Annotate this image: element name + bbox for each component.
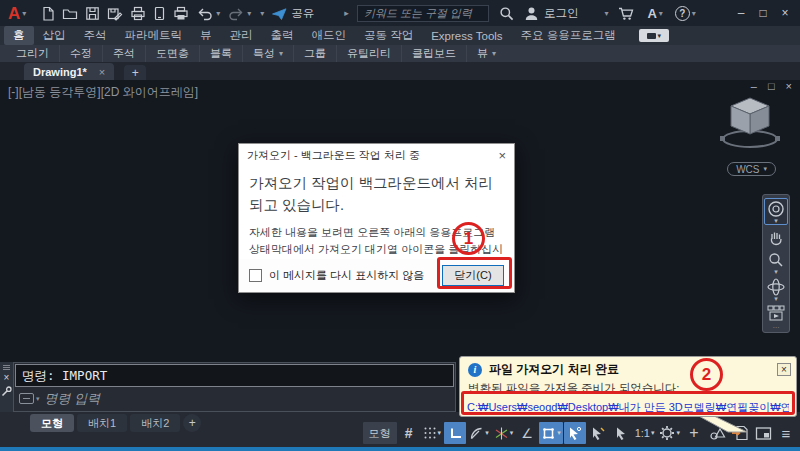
ribbon-tab-express-tools[interactable]: Express Tools <box>422 28 511 44</box>
dialog-close-button[interactable]: 닫기(C) <box>442 265 504 286</box>
plot-button[interactable] <box>130 4 146 22</box>
dialog-footer: 이 메시지를 다시 표시하지 않음 닫기(C) <box>239 259 514 292</box>
polar-tracking-toggle[interactable]: ▾ <box>467 422 491 444</box>
chevron-down-icon[interactable]: ▾ <box>659 9 663 18</box>
help-icon[interactable]: ? <box>675 6 690 21</box>
share-button[interactable]: 공유 <box>271 4 314 22</box>
close-icon[interactable]: × <box>99 66 105 78</box>
new-file-button[interactable] <box>40 4 55 22</box>
new-layout-button[interactable]: + <box>183 414 201 432</box>
chevron-down-icon[interactable]: ▾ <box>692 9 696 18</box>
orbit-button[interactable]: ▾ <box>764 278 788 301</box>
panel-block[interactable]: 블록 <box>200 45 243 62</box>
customization-button[interactable]: ≡ <box>775 422 797 444</box>
ribbon-tab-manage[interactable]: 관리 <box>221 26 262 45</box>
object-snap-tracking-toggle[interactable]: ∠ <box>516 422 538 444</box>
navigation-wheel-button[interactable]: ▾ <box>764 198 788 225</box>
undo-button[interactable]: ▾ <box>196 4 220 22</box>
maximize-button[interactable]: □ <box>752 6 774 20</box>
close-button[interactable]: × <box>774 6 796 20</box>
redo-button[interactable]: ▾ <box>227 4 251 22</box>
panel-annotation[interactable]: 주석 <box>103 45 146 62</box>
ribbon-tab-annotate[interactable]: 주석 <box>75 26 116 45</box>
toolbar-overflow-icon[interactable]: ▾ <box>260 9 264 18</box>
command-input[interactable] <box>45 391 454 406</box>
drag-handle-icon[interactable] <box>3 365 10 370</box>
app-menu-button[interactable]: A ▾ <box>8 5 26 22</box>
command-customize-button[interactable]: ▾ <box>19 393 40 404</box>
new-drawing-tab-button[interactable]: + <box>124 65 146 80</box>
dont-show-again-checkbox[interactable] <box>249 269 262 282</box>
save-button[interactable] <box>85 4 100 22</box>
ribbon-tab-output[interactable]: 출력 <box>262 26 303 45</box>
annotation-autoscale-toggle[interactable] <box>610 422 632 444</box>
zoom-button[interactable]: ▾ <box>764 251 788 274</box>
navbar-grip[interactable]: ⋯ <box>773 325 780 330</box>
panel-clipboard[interactable]: 클립보드 <box>402 45 467 62</box>
ribbon-display-button[interactable]: ▾ <box>639 29 669 42</box>
print-button[interactable] <box>173 4 189 22</box>
panel-modify[interactable]: 수정 <box>60 45 103 62</box>
open-file-button[interactable] <box>62 4 78 22</box>
commandline-grip-bar[interactable]: × <box>0 362 13 412</box>
ortho-toggle[interactable] <box>444 422 466 444</box>
file-tab-bar: Drawing1* × + <box>0 62 800 80</box>
autodesk-logo-icon[interactable]: A <box>647 6 656 21</box>
minimize-button[interactable]: – <box>730 6 752 20</box>
close-icon[interactable]: × <box>498 148 506 163</box>
isometric-drafting-toggle[interactable]: ▾ <box>492 422 516 444</box>
chevron-down-icon[interactable]: ▾ <box>604 9 608 18</box>
model-space-toggle[interactable]: 모형 <box>363 422 397 444</box>
ribbon-tab-parametric[interactable]: 파라메트릭 <box>116 26 192 45</box>
pan-button[interactable] <box>764 229 788 247</box>
expand-toolbar-icon[interactable]: ▸ <box>344 8 349 18</box>
layout-tab-layout1[interactable]: 배치1 <box>77 414 127 432</box>
restore-button[interactable]: □ <box>768 80 775 92</box>
panel-draw[interactable]: 그리기 <box>6 45 60 62</box>
ribbon-tab-insert[interactable]: 삽입 <box>34 26 75 45</box>
panel-groups[interactable]: 그룹 <box>294 45 337 62</box>
annotation-scale-dropdown[interactable]: 1:1 ▾ <box>633 422 657 444</box>
layout-tab-model[interactable]: 모형 <box>30 414 74 432</box>
panel-properties[interactable]: 특성▾ <box>243 45 294 62</box>
command-line-palette[interactable]: 명령: IMPORT ▾ <box>13 362 456 412</box>
ribbon-panel-bar: 그리기 수정 주석 도면층 블록 특성▾ 그룹 유틸리티 클립보드 뷰▾ <box>0 45 800 62</box>
minimize-button[interactable]: – <box>751 80 757 92</box>
wcs-dropdown[interactable]: WCS ▾ <box>727 162 776 176</box>
annotation-visibility-toggle[interactable] <box>587 422 609 444</box>
snap-toggle[interactable]: ▾ <box>421 422 444 444</box>
ribbon-tab-collaborate[interactable]: 공동 작업 <box>355 26 422 45</box>
clean-screen-button[interactable] <box>752 422 774 444</box>
ribbon-tab-addins[interactable]: 애드인 <box>303 26 356 45</box>
close-icon[interactable]: × <box>777 363 791 376</box>
close-icon[interactable]: × <box>4 374 10 382</box>
viewcube[interactable] <box>718 92 782 154</box>
viewport-controls-label[interactable]: [-][남동 등각투영][2D 와이어프레임] <box>8 84 198 101</box>
ribbon-tab-view[interactable]: 뷰 <box>191 26 221 45</box>
dynamic-input-toggle[interactable] <box>564 422 586 444</box>
search-button[interactable] <box>499 6 514 21</box>
help-search-input[interactable] <box>357 5 489 22</box>
layout-tabs: 모형 배치1 배치2 + <box>30 414 201 432</box>
workspace-switching-button[interactable]: ▾ <box>657 422 682 444</box>
panel-view[interactable]: 뷰▾ <box>467 45 506 62</box>
app-store-button[interactable] <box>618 6 635 21</box>
imported-file-link[interactable]: C:₩Users₩seogd₩Desktop₩내가 만든 3D모델링₩연필꽂이₩… <box>467 400 789 415</box>
panel-layers[interactable]: 도면층 <box>146 45 200 62</box>
import-background-dialog: 가져오기 - 백그라운드 작업 처리 중 × 가져오기 작업이 백그라운드에서 … <box>238 143 515 293</box>
ribbon-tab-featured-apps[interactable]: 주요 응용프로그램 <box>512 26 625 45</box>
export-device-button[interactable] <box>153 4 166 22</box>
file-tab-drawing1[interactable]: Drawing1* × <box>24 63 114 80</box>
navigation-wheel-icon <box>767 200 785 218</box>
layout-tab-layout2[interactable]: 배치2 <box>130 414 180 432</box>
save-as-button[interactable] <box>107 4 123 22</box>
close-button[interactable]: × <box>786 80 792 92</box>
grid-toggle[interactable]: # <box>398 422 420 444</box>
panel-utilities[interactable]: 유틸리티 <box>337 45 402 62</box>
ribbon-tab-home[interactable]: 홈 <box>4 26 34 45</box>
wrench-icon[interactable] <box>1 386 12 397</box>
object-snap-toggle[interactable]: ▾ <box>539 422 563 444</box>
showmotion-button[interactable] <box>764 305 788 321</box>
sign-in-button[interactable]: 로그인 <box>524 6 579 21</box>
wcs-label: WCS <box>736 164 759 175</box>
